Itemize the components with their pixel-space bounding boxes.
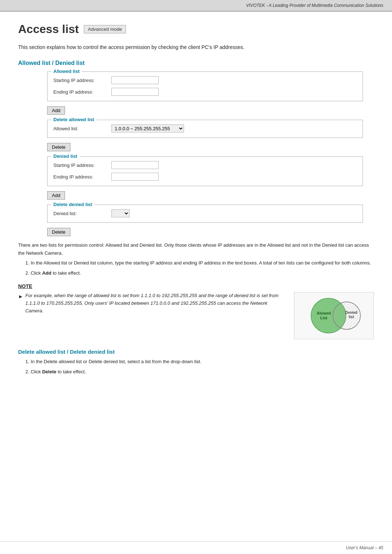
footer-text: User's Manual – 45 — [346, 545, 383, 550]
denied-list-legend: Denied list — [51, 153, 79, 159]
denied-list-select[interactable] — [111, 209, 130, 217]
delete-denied-legend: Delete denied list — [51, 202, 94, 207]
svg-text:Denied: Denied — [345, 311, 357, 315]
add-allowed-button[interactable]: Add — [47, 106, 65, 115]
delete-section-heading: Delete allowed list / Delete denied list — [18, 349, 374, 355]
page-header: VIVOTEK - A Leading Provider of Multimed… — [0, 0, 392, 12]
allowed-list-select-label: Allowed list: — [53, 126, 111, 131]
delete-desc2: 2. Click Delete to take effect. — [25, 368, 374, 376]
svg-text:Alowed: Alowed — [317, 311, 331, 315]
denied-list-select-label: Denied list: — [53, 211, 111, 216]
note-bullet: ► For example, when the range of allowed… — [18, 292, 287, 315]
denied-list-fieldset: Denied list Starting IP address: Ending … — [47, 156, 363, 186]
header-title: VIVOTEK - A Leading Provider of Multimed… — [246, 3, 383, 8]
note-text: For example, when the range of allowed l… — [25, 292, 287, 315]
ending-ip-row-denied: Ending IP address: — [53, 173, 357, 181]
denied-list-select-row: Denied list: — [53, 209, 357, 217]
ending-ip-label-allowed: Ending IP address: — [53, 89, 111, 95]
desc3: 2. Click Add to take effect. — [25, 269, 374, 277]
page-title: Access list — [18, 22, 79, 36]
allowed-list-legend: Allowed list — [51, 69, 82, 74]
svg-text:List: List — [320, 316, 327, 320]
allowed-list-fieldset: Allowed list Starting IP address: Ending… — [47, 71, 363, 101]
note-section: NOTE — [18, 283, 374, 343]
ending-ip-row-allowed: Ending IP address: — [53, 88, 357, 96]
page-footer: User's Manual – 45 — [0, 541, 392, 554]
delete-allowed-button[interactable]: Delete — [47, 143, 70, 151]
venn-diagram: Alowed List Denied list — [294, 292, 374, 339]
desc2: 1. In the Allowed list or Denied list co… — [25, 259, 374, 267]
starting-ip-label-denied: Starting IP address: — [53, 163, 111, 168]
note-arrow-icon: ► — [18, 292, 23, 300]
delete-allowed-legend: Delete allowed list — [51, 117, 97, 122]
delete-allowed-fieldset: Delete allowed list Allowed list: 1.0.0.… — [47, 120, 363, 138]
intro-text: This section explains how to control the… — [18, 43, 374, 51]
desc1: There are two lists for permission contr… — [18, 241, 374, 257]
ending-ip-input-allowed[interactable] — [111, 88, 159, 96]
note-content: Alowed List Denied list ► For example, w… — [18, 292, 374, 343]
page: VIVOTEK - A Leading Provider of Multimed… — [0, 0, 392, 554]
allowed-list-select-row: Allowed list: 1.0.0.0 ~ 255.255.255.255 — [53, 124, 357, 132]
section-heading-allowed-denied: Allowed list / Denied list — [18, 60, 374, 66]
starting-ip-input-denied[interactable] — [111, 161, 159, 169]
venn-svg: Alowed List Denied list — [298, 296, 370, 336]
delete-denied-button[interactable]: Delete — [47, 228, 70, 236]
delete-desc1: 1. In the Delete allowed list or Delete … — [25, 358, 374, 365]
ending-ip-label-denied: Ending IP address: — [53, 174, 111, 180]
starting-ip-row-allowed: Starting IP address: — [53, 76, 357, 84]
title-row: Access list Advanced mode — [18, 22, 374, 36]
allowed-list-select[interactable]: 1.0.0.0 ~ 255.255.255.255 — [111, 124, 184, 132]
svg-text:list: list — [349, 315, 354, 319]
note-title: NOTE — [18, 283, 374, 289]
add-denied-button[interactable]: Add — [47, 191, 65, 200]
starting-ip-label-allowed: Starting IP address: — [53, 78, 111, 83]
starting-ip-input-allowed[interactable] — [111, 76, 159, 84]
starting-ip-row-denied: Starting IP address: — [53, 161, 357, 169]
advanced-mode-button[interactable]: Advanced mode — [84, 25, 126, 33]
delete-denied-fieldset: Delete denied list Denied list: — [47, 205, 363, 223]
ending-ip-input-denied[interactable] — [111, 173, 159, 181]
main-content: Access list Advanced mode This section e… — [0, 12, 392, 541]
